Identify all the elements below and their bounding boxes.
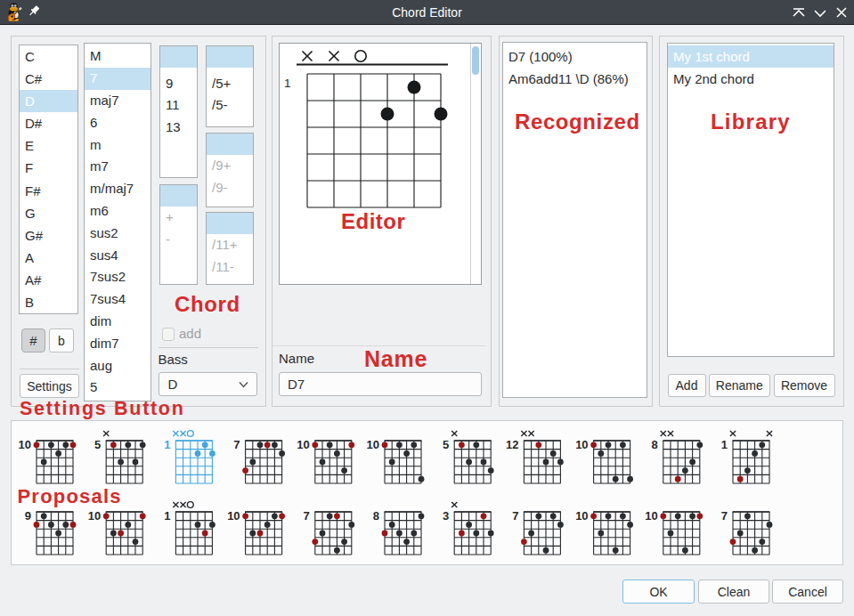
- svg-text:1: 1: [721, 438, 728, 451]
- svg-text:7: 7: [721, 509, 728, 523]
- svg-text:10: 10: [297, 438, 309, 451]
- svg-text:1: 1: [284, 77, 291, 90]
- svg-text:1: 1: [164, 509, 170, 523]
- svg-text:7: 7: [512, 509, 518, 523]
- svg-text:8: 8: [652, 438, 658, 451]
- svg-text:7: 7: [304, 509, 310, 523]
- svg-text:8: 8: [373, 509, 379, 523]
- svg-text:1: 1: [164, 438, 170, 451]
- svg-text:12: 12: [506, 438, 518, 451]
- svg-text:10: 10: [88, 509, 101, 523]
- svg-text:7: 7: [233, 438, 240, 451]
- svg-text:10: 10: [367, 438, 379, 451]
- svg-text:10: 10: [645, 509, 657, 523]
- svg-text:9: 9: [25, 509, 31, 523]
- svg-text:10: 10: [575, 509, 588, 523]
- svg-text:10: 10: [575, 438, 588, 451]
- svg-text:3: 3: [443, 509, 449, 523]
- svg-text:10: 10: [19, 438, 31, 451]
- svg-text:5: 5: [94, 438, 101, 451]
- svg-text:5: 5: [443, 438, 449, 451]
- svg-text:10: 10: [227, 509, 240, 523]
